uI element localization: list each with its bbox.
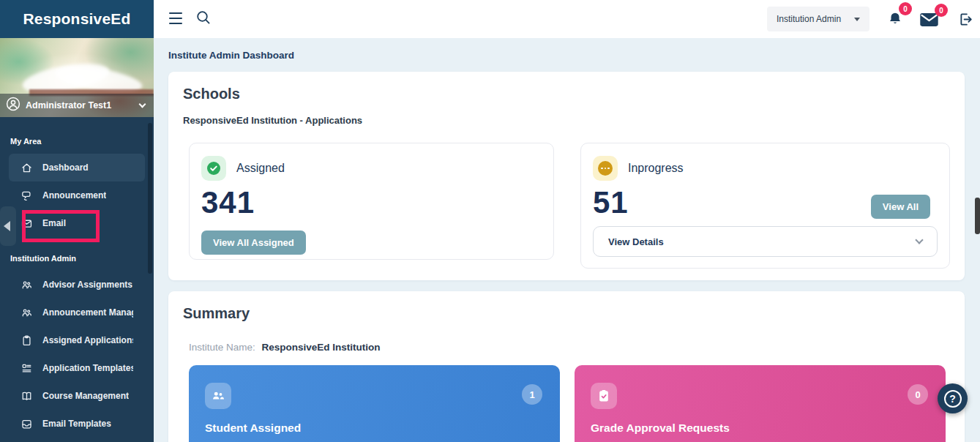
- question-mark-icon: ?: [944, 390, 962, 408]
- sidebar-item-email[interactable]: Email: [9, 209, 145, 237]
- sidebar-item-label: Assigned Applications: [42, 335, 133, 345]
- sidebar-banner-image: Administrator Test1: [0, 38, 154, 117]
- logout-icon: [957, 11, 974, 28]
- sidebar-item-advisor-assignments[interactable]: Advisor Assignments: [9, 271, 145, 299]
- logout-button[interactable]: [957, 11, 974, 30]
- people-icon: [210, 388, 226, 404]
- sidebar-collapse-handle[interactable]: [0, 206, 16, 246]
- inprogress-label: Inprogress: [628, 162, 684, 175]
- collapse-arrow-icon: [4, 221, 10, 231]
- search-button[interactable]: [195, 10, 212, 28]
- assigned-label: Assigned: [236, 162, 285, 175]
- sidebar-item-label: Email: [42, 218, 66, 228]
- chevron-down-icon: [139, 100, 146, 108]
- summary-title: Summary: [168, 291, 965, 322]
- sidebar-item-label: Email Templates: [42, 419, 111, 429]
- schools-title: Schools: [168, 72, 965, 102]
- grade-approval-card[interactable]: 0 Grade Approval Requests: [575, 365, 946, 442]
- inprogress-status-tile: [593, 156, 618, 181]
- hamburger-icon: [169, 12, 182, 14]
- institute-name-label: Institute Name:: [189, 342, 255, 353]
- sidebar-item-announcement[interactable]: Announcement: [9, 181, 145, 209]
- sidebar-item-email-templates[interactable]: Email Templates: [9, 410, 145, 438]
- sidebar-item-label: Announcement Management: [42, 307, 133, 318]
- breadcrumb: Institute Admin Dashboard: [154, 38, 980, 72]
- schools-subtitle: ResponsiveEd Institution - Applications: [168, 102, 965, 126]
- role-select-value: Institution Admin: [777, 14, 841, 24]
- top-bar: Institution Admin 0 0: [154, 0, 980, 38]
- announcement-icon: [20, 190, 33, 202]
- inprogress-card: Inprogress 51 View All View Details: [580, 143, 950, 269]
- check-circle-icon: [206, 161, 221, 176]
- main-content: Institute Admin Dashboard Schools Respon…: [154, 38, 980, 442]
- brand-logo: ResponsiveEd: [0, 0, 154, 38]
- ellipsis-circle-icon: [598, 161, 613, 176]
- schools-panel: Schools ResponsiveEd Institution - Appli…: [168, 72, 965, 280]
- search-icon: [195, 10, 212, 26]
- section-label-my-area: My Area: [10, 137, 143, 146]
- student-assigned-label: Student Assigned: [205, 422, 301, 435]
- sidebar-menu: My Area Dashboard Announcement Email Ins…: [0, 117, 154, 438]
- template-icon: [20, 362, 33, 375]
- sidebar-item-label: Advisor Assignments: [42, 280, 132, 290]
- institute-name-line: Institute Name: ResponsiveEd Institution: [168, 322, 965, 353]
- student-assigned-card[interactable]: 1 Student Assigned: [189, 365, 560, 442]
- avatar-icon: [6, 97, 20, 114]
- view-all-button[interactable]: View All: [871, 195, 930, 219]
- sidebar-item-dashboard[interactable]: Dashboard: [9, 154, 145, 181]
- sidebar-item-announcement-management[interactable]: Announcement Management: [9, 299, 145, 326]
- notifications-badge: 0: [899, 2, 912, 15]
- view-details-accordion[interactable]: View Details: [593, 226, 938, 257]
- page-scrollbar-thumb[interactable]: [975, 198, 980, 234]
- sidebar-item-course-management[interactable]: Course Management: [9, 382, 145, 410]
- assigned-card: Assigned 341 View All Assigned: [189, 143, 554, 260]
- view-all-assigned-button[interactable]: View All Assigned: [201, 231, 306, 255]
- grade-approval-icon-tile: [591, 383, 617, 409]
- institute-name-value: ResponsiveEd Institution: [262, 342, 381, 353]
- email-icon: [20, 217, 33, 230]
- sidebar-item-label: Course Management: [42, 391, 129, 401]
- group-icon: [20, 307, 33, 319]
- sidebar-item-assigned-applications[interactable]: Assigned Applications: [9, 326, 145, 354]
- view-details-label: View Details: [608, 236, 664, 247]
- grade-approval-badge: 0: [908, 384, 928, 405]
- clipboard-check-icon: [596, 389, 611, 403]
- user-name: Administrator Test1: [26, 100, 135, 110]
- students-icon-tile: [205, 383, 231, 409]
- caret-down-icon: [854, 18, 860, 21]
- messages-badge: 0: [935, 4, 948, 17]
- book-icon: [20, 390, 33, 402]
- clipboard-icon: [20, 334, 33, 347]
- sidebar-item-label: Dashboard: [42, 162, 89, 173]
- sidebar-item-label: Application Templates: [42, 363, 133, 373]
- sidebar-item-application-templates[interactable]: Application Templates: [9, 354, 145, 382]
- menu-toggle-button[interactable]: [169, 12, 182, 24]
- section-label-institution-admin: Institution Admin: [10, 254, 143, 263]
- summary-panel: Summary Institute Name: ResponsiveEd Ins…: [168, 291, 965, 442]
- assigned-status-tile: [201, 156, 226, 181]
- sidebar: ResponsiveEd Administrator Test1 My Area…: [0, 0, 154, 442]
- chevron-down-icon: [915, 236, 923, 244]
- help-button[interactable]: ?: [938, 383, 968, 413]
- sidebar-scrollbar-thumb[interactable]: [148, 123, 152, 274]
- role-select[interactable]: Institution Admin: [767, 7, 869, 31]
- grade-approval-label: Grade Approval Requests: [591, 422, 730, 435]
- student-assigned-badge: 1: [522, 384, 542, 405]
- user-menu[interactable]: Administrator Test1: [0, 94, 154, 117]
- home-icon: [20, 162, 33, 174]
- messages-button[interactable]: 0: [919, 12, 939, 29]
- notifications-button[interactable]: 0: [887, 11, 903, 29]
- mail-tray-icon: [20, 418, 33, 430]
- assigned-count: 341: [201, 187, 542, 218]
- sidebar-item-label: Announcement: [42, 190, 106, 201]
- group-icon: [20, 279, 33, 291]
